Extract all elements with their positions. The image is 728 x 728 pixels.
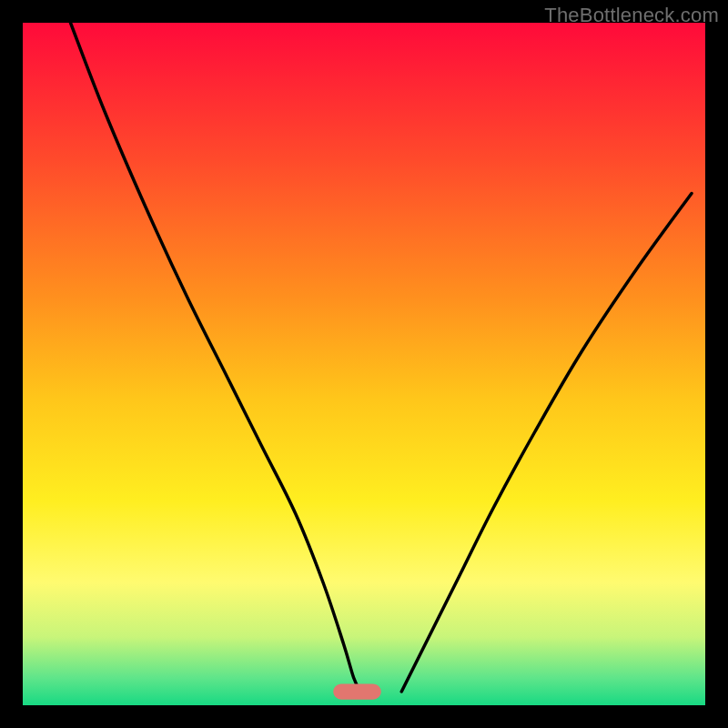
plot-area (23, 23, 705, 705)
chart-frame: TheBottleneck.com (0, 0, 728, 728)
gradient-background (23, 23, 705, 705)
bottleneck-chart (23, 23, 705, 705)
optimal-zone-marker (333, 683, 381, 699)
